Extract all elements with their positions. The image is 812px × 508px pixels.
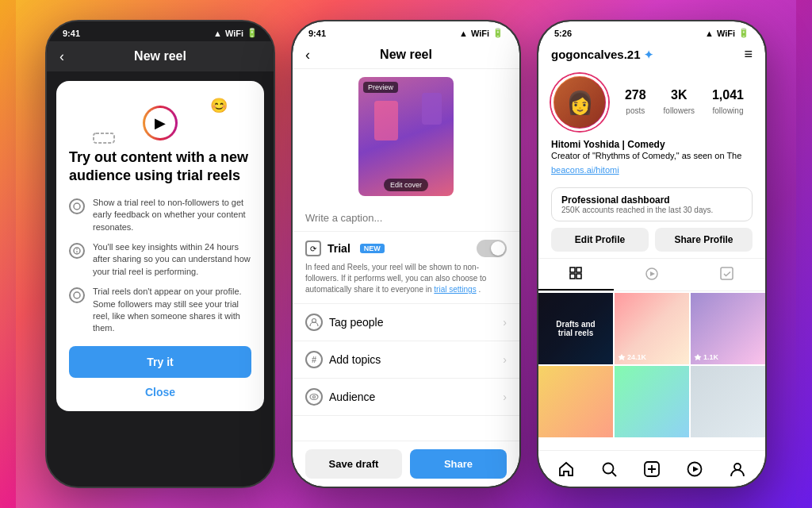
bullet-icon-1 — [69, 198, 85, 214]
phone-1: 9:41 ▲ WiFi 🔋 ‹ New reel 😊 ▶ — [45, 20, 275, 488]
bio-link[interactable]: beacons.ai/hitomi — [551, 165, 619, 175]
followers-label: followers — [664, 106, 695, 115]
followers-count: 3K — [664, 88, 695, 102]
video-preview[interactable]: Preview Edit cover — [358, 77, 454, 196]
nav-reels[interactable] — [680, 455, 709, 483]
phone2-header: ‹ New reel — [293, 41, 519, 69]
status-bar-3: 5:26 ▲ WiFi 🔋 — [538, 21, 765, 41]
nav-create[interactable] — [638, 455, 666, 483]
back-button-2[interactable]: ‹ — [305, 47, 310, 64]
trial-heading: Try out content with a new audience usin… — [69, 148, 251, 186]
caption-area — [293, 204, 519, 232]
try-it-button[interactable]: Try it — [69, 346, 251, 378]
grid-item-5[interactable] — [615, 366, 689, 437]
svg-line-19 — [612, 472, 616, 476]
menu-item-add-topics[interactable]: # Add topics › — [293, 341, 519, 379]
bullet-text-3: Trial reels don't appear on your profile… — [93, 286, 251, 335]
profile-stats-row: 👩 278 posts 3K followers 1,041 following — [538, 67, 765, 137]
back-button-1[interactable]: ‹ — [59, 48, 64, 65]
reels-icon — [645, 267, 659, 281]
svg-point-3 — [76, 248, 78, 250]
audience-chevron: › — [503, 391, 507, 403]
tag-people-label: Tag people — [329, 316, 384, 329]
bullet-icon-3 — [69, 287, 85, 303]
nav-search[interactable] — [595, 455, 623, 483]
svg-rect-10 — [576, 267, 581, 272]
nav-profile[interactable] — [723, 455, 752, 483]
add-topics-icon: # — [305, 351, 323, 368]
status-bar-2: 9:41 ▲ WiFi 🔋 — [293, 21, 519, 41]
background: 9:41 ▲ WiFi 🔋 ‹ New reel 😊 ▶ — [16, 0, 796, 508]
menu-item-audience[interactable]: Audience › — [293, 379, 519, 416]
grid-item-2[interactable]: 24.1K — [615, 293, 689, 364]
audience-icon — [305, 388, 323, 406]
svg-marker-17 — [695, 354, 702, 360]
bullet-text-2: You'll see key insights within 24 hours … — [93, 241, 251, 278]
professional-dashboard[interactable]: Professional dashboard 250K accounts rea… — [551, 187, 753, 221]
menu-item-tag-people[interactable]: Tag people › — [293, 304, 519, 341]
time-3: 5:26 — [554, 29, 572, 38]
dashed-rect-icon — [93, 133, 115, 147]
edit-cover-badge[interactable]: Edit cover — [384, 179, 428, 191]
following-label: following — [713, 106, 744, 115]
svg-rect-11 — [570, 274, 575, 279]
dashboard-title: Professional dashboard — [561, 194, 742, 206]
posts-label: posts — [626, 106, 645, 115]
trial-icon-area: 😊 ▶ — [69, 97, 251, 148]
phone-2: 9:41 ▲ WiFi 🔋 ‹ New reel Preview Edit co… — [291, 20, 521, 488]
phone1-title: New reel — [134, 49, 186, 64]
tab-reels[interactable] — [614, 259, 689, 291]
trial-settings-link[interactable]: trial settings — [434, 285, 476, 294]
new-badge: NEW — [360, 244, 385, 253]
grid-item-3[interactable]: 1.1K — [691, 293, 765, 364]
video-figure-1 — [374, 101, 398, 140]
save-draft-button[interactable]: Save draft — [305, 449, 402, 479]
svg-marker-24 — [693, 466, 699, 471]
share-button[interactable]: Share — [410, 449, 507, 479]
svg-point-25 — [734, 464, 741, 470]
tag-people-icon — [305, 314, 323, 331]
following-stat[interactable]: 1,041 following — [712, 88, 744, 117]
add-topics-chevron: › — [503, 353, 507, 366]
bullet-icon-2 — [69, 243, 85, 259]
grid-item-6[interactable] — [691, 366, 765, 437]
bottom-nav — [538, 450, 765, 487]
posts-count: 278 — [625, 88, 646, 102]
following-count: 1,041 — [712, 88, 744, 102]
grid-item-drafts[interactable]: Drafts andtrial reels — [538, 293, 613, 364]
svg-point-1 — [74, 203, 80, 210]
profile-action-buttons: Edit Profile Share Profile — [551, 228, 753, 252]
bottom-actions: Save draft Share — [293, 441, 519, 487]
status-icons-2: ▲ WiFi 🔋 — [459, 28, 504, 38]
add-topics-label: Add topics — [329, 353, 381, 366]
trial-label: Trial — [327, 242, 350, 255]
edit-profile-button[interactable]: Edit Profile — [551, 228, 649, 252]
profile-tabs — [538, 258, 765, 291]
dashboard-subtitle: 250K accounts reached in the last 30 day… — [561, 206, 742, 214]
smiley-icon: 😊 — [210, 97, 228, 114]
posts-stat: 278 posts — [625, 88, 646, 117]
phone1-header: ‹ New reel — [47, 41, 274, 71]
profile-header: gogoncalves.21 ✦ ≡ — [538, 41, 765, 67]
profile-avatar: 👩 — [551, 74, 608, 131]
audience-label: Audience — [329, 391, 375, 403]
username-text: gogoncalves.21 — [551, 48, 641, 61]
tag-people-chevron: › — [503, 316, 507, 329]
caption-input[interactable] — [305, 212, 507, 224]
time-1: 9:41 — [63, 29, 80, 38]
grid-item-4[interactable] — [538, 366, 613, 437]
svg-marker-14 — [650, 271, 655, 276]
svg-point-5 — [74, 292, 80, 298]
reel-icon: ▶ — [143, 106, 178, 140]
phone-3: 5:26 ▲ WiFi 🔋 gogoncalves.21 ✦ ≡ — [537, 20, 767, 488]
followers-stat[interactable]: 3K followers — [664, 88, 695, 117]
bullet-text-1: Show a trial reel to non-followers to ge… — [93, 197, 251, 233]
tab-grid[interactable] — [538, 259, 614, 291]
video-figure-2 — [422, 93, 442, 125]
close-button[interactable]: Close — [69, 386, 251, 398]
tab-tagged[interactable] — [690, 259, 765, 291]
share-profile-button[interactable]: Share Profile — [655, 228, 753, 252]
hamburger-icon[interactable]: ≡ — [744, 46, 753, 63]
trial-toggle[interactable] — [477, 240, 507, 257]
nav-home[interactable] — [552, 455, 580, 483]
